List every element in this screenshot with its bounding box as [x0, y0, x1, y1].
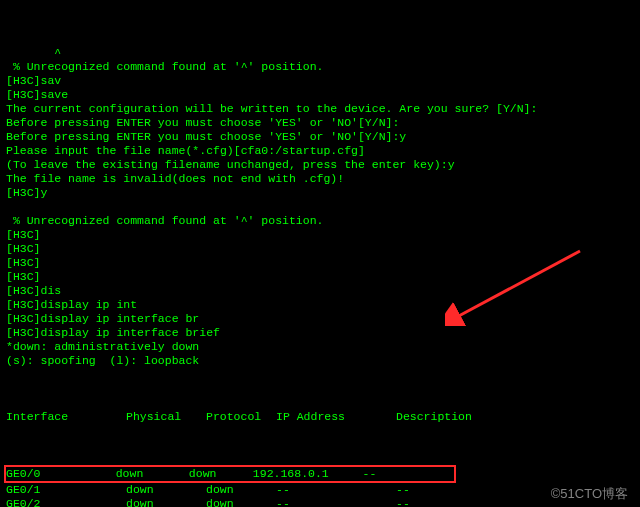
col-header-interface: Interface: [6, 410, 126, 424]
terminal-line: [H3C]save: [6, 88, 634, 102]
cell-protocol: down: [189, 467, 253, 481]
terminal-line: Please input the file name(*.cfg)[cfa0:/…: [6, 144, 634, 158]
watermark-text: ©51CTO博客: [551, 487, 628, 501]
cell-ip: 192.168.0.1: [253, 467, 363, 481]
cell-physical: down: [116, 467, 189, 481]
terminal-line: Before pressing ENTER you must choose 'Y…: [6, 130, 634, 144]
col-header-desc: Description: [396, 410, 496, 424]
table-row: GE0/1downdown----: [6, 483, 634, 497]
terminal-line: ^: [6, 46, 634, 60]
cell-interface: GE0/2: [6, 497, 126, 507]
cell-description: --: [396, 497, 496, 507]
terminal-line: % Unrecognized command found at '^' posi…: [6, 214, 634, 228]
terminal-line: [H3C]y: [6, 186, 634, 200]
terminal-line: [H3C]display ip int: [6, 298, 634, 312]
terminal-line: Before pressing ENTER you must choose 'Y…: [6, 116, 634, 130]
col-header-ip: IP Address: [276, 410, 396, 424]
cell-protocol: down: [206, 497, 276, 507]
interface-table-header: Interface Physical Protocol IP Address D…: [6, 410, 634, 424]
terminal-line: [H3C]: [6, 228, 634, 242]
terminal-line: [H3C]display ip interface br: [6, 312, 634, 326]
terminal-line: The file name is invalid(does not end wi…: [6, 172, 634, 186]
cell-description: --: [363, 467, 454, 481]
table-row: GE0/2downdown----: [6, 497, 634, 507]
cell-description: --: [396, 483, 496, 497]
terminal-line: *down: administratively down: [6, 340, 634, 354]
terminal-line: [H3C]dis: [6, 284, 634, 298]
table-row: GE0/0downdown192.168.0.1--: [4, 465, 456, 483]
cell-protocol: down: [206, 483, 276, 497]
terminal-output[interactable]: ^ % Unrecognized command found at '^' po…: [0, 0, 640, 507]
cell-ip: --: [276, 497, 396, 507]
interface-table-body: GE0/0downdown192.168.0.1--GE0/1downdown-…: [6, 465, 634, 507]
terminal-line: (To leave the existing filename unchange…: [6, 158, 634, 172]
cell-physical: down: [126, 497, 206, 507]
terminal-line: [H3C]display ip interface brief: [6, 326, 634, 340]
cell-interface: GE0/0: [6, 467, 116, 481]
terminal-line: [H3C]: [6, 270, 634, 284]
terminal-line: [H3C]sav: [6, 74, 634, 88]
terminal-line: (s): spoofing (l): loopback: [6, 354, 634, 368]
col-header-physical: Physical: [126, 410, 206, 424]
col-header-protocol: Protocol: [206, 410, 276, 424]
cell-interface: GE0/1: [6, 483, 126, 497]
terminal-line: The current configuration will be writte…: [6, 102, 634, 116]
cell-ip: --: [276, 483, 396, 497]
terminal-line: [6, 200, 634, 214]
pre-table-lines: ^ % Unrecognized command found at '^' po…: [6, 46, 634, 368]
terminal-line: [H3C]: [6, 242, 634, 256]
terminal-line: % Unrecognized command found at '^' posi…: [6, 60, 634, 74]
cell-physical: down: [126, 483, 206, 497]
terminal-line: [H3C]: [6, 256, 634, 270]
